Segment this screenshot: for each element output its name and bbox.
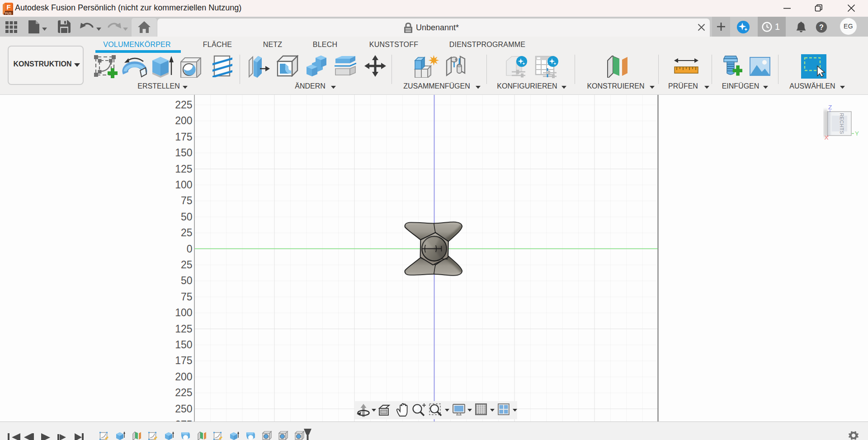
svg-text:100: 100 bbox=[175, 179, 192, 191]
svg-text:150: 150 bbox=[175, 339, 192, 351]
svg-text:25: 25 bbox=[181, 227, 193, 239]
svg-text:Z: Z bbox=[828, 104, 832, 111]
svg-text:175: 175 bbox=[175, 131, 192, 143]
svg-text:200: 200 bbox=[175, 371, 192, 383]
svg-text:50: 50 bbox=[181, 211, 193, 223]
svg-text:FUS: FUS bbox=[5, 12, 12, 15]
svg-text:250: 250 bbox=[175, 403, 192, 415]
svg-text:125: 125 bbox=[175, 323, 192, 335]
svg-text:25: 25 bbox=[181, 259, 193, 271]
svg-text:100: 100 bbox=[175, 307, 192, 318]
svg-text:225: 225 bbox=[175, 387, 192, 398]
svg-text:Y: Y bbox=[855, 130, 859, 137]
svg-text:175: 175 bbox=[175, 355, 192, 366]
svg-text:50: 50 bbox=[181, 275, 193, 286]
svg-text:75: 75 bbox=[181, 291, 193, 303]
svg-text:?: ? bbox=[819, 23, 824, 31]
svg-text:200: 200 bbox=[175, 115, 192, 126]
svg-text:125: 125 bbox=[175, 163, 192, 175]
svg-text:RECHTS: RECHTS bbox=[839, 113, 844, 134]
svg-text:X: X bbox=[824, 134, 828, 141]
svg-text:F: F bbox=[6, 3, 10, 11]
svg-text:0: 0 bbox=[187, 243, 193, 255]
svg-text:225: 225 bbox=[175, 99, 192, 111]
svg-text:75: 75 bbox=[181, 195, 193, 206]
svg-text:150: 150 bbox=[175, 147, 192, 159]
